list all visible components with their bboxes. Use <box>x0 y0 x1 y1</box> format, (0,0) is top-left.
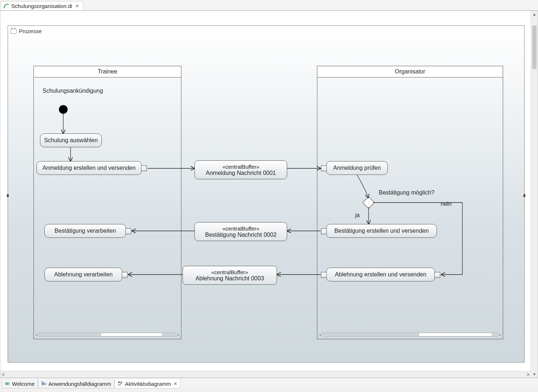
diagram-editor[interactable]: Prozesse Trainee ◂ ▸ Organisator ◂ <box>0 11 538 378</box>
swimlane-organisator[interactable]: Organisator ◂ ▸ <box>317 66 503 339</box>
activity-frame[interactable]: Prozesse Trainee ◂ ▸ Organisator ◂ <box>8 25 525 363</box>
close-icon[interactable]: ✕ <box>75 3 80 9</box>
action-select-training-label: Schulung auswählen <box>44 137 98 144</box>
buffer-msg3-label: Ablehnung Nachricht 0003 <box>196 275 264 282</box>
bottom-tab-usecase-label: Anwendungsfalldiagramm <box>48 381 111 387</box>
horizontal-scrollbar[interactable]: < > <box>0 371 531 377</box>
action-create-rejection-label: Ablehnung erstellen und versenden <box>335 271 426 278</box>
action-create-confirmation-label: Bestätigung erstellen und versenden <box>334 228 429 234</box>
swimlane-organisator-header[interactable]: Organisator <box>317 66 503 77</box>
stereotype-label: «centralBuffer» <box>222 164 259 170</box>
buffer-msg2-label: Bestätigung Nachricht 0002 <box>205 232 277 238</box>
frame-title-text: Prozesse <box>19 28 42 34</box>
action-create-rejection[interactable]: Ablehnung erstellen und versenden <box>326 268 435 281</box>
scroll-right-icon[interactable]: > <box>527 372 530 377</box>
initial-node[interactable] <box>59 105 68 114</box>
vertical-scrollbar[interactable]: ▴ ▾ <box>531 11 538 377</box>
stereotype-label: «centralBuffer» <box>222 225 259 232</box>
guard-yes[interactable]: ja <box>355 212 360 219</box>
resize-handle-left[interactable] <box>7 194 9 197</box>
label-decision-question[interactable]: Bestätigung möglich? <box>379 189 434 196</box>
bottom-tabstrip: Welcome Anwendungsfalldiagramm Aktivität… <box>0 378 538 388</box>
buffer-msg2[interactable]: «centralBuffer» Bestätigung Nachricht 00… <box>194 222 287 241</box>
label-announcement[interactable]: Schulungsankündigung <box>43 88 103 94</box>
resize-handle-right[interactable] <box>523 194 525 197</box>
frame-title: Prozesse <box>10 28 42 34</box>
lane-scroll-track[interactable] <box>322 332 498 337</box>
output-pin[interactable] <box>321 228 327 234</box>
svg-point-10 <box>7 382 9 385</box>
scroll-left-icon[interactable]: ◂ <box>319 332 321 337</box>
buffer-msg1-label: Anmeldung Nachricht 0001 <box>206 170 276 176</box>
papyrus-file-icon <box>3 3 9 9</box>
action-process-rejection[interactable]: Ablehnung verarbeiten <box>44 268 123 281</box>
action-process-confirmation[interactable]: Bestätigung verarbeiten <box>44 224 126 238</box>
scroll-down-icon[interactable]: ▾ <box>531 371 538 377</box>
guard-no[interactable]: nein <box>441 201 451 207</box>
action-check-registration-label: Anmeldung prüfen <box>333 165 381 171</box>
editor-tab[interactable]: Schulungsorganisation.di ✕ <box>1 1 83 10</box>
activity-icon <box>10 29 17 34</box>
bottom-tab-activity-label: Aktivitätsdiagramm <box>125 381 171 387</box>
output-pin[interactable] <box>321 272 327 278</box>
input-pin[interactable] <box>434 272 440 278</box>
lane-scroll-thumb[interactable] <box>101 333 162 336</box>
editor-tab-title: Schulungsorganisation.di <box>11 3 72 9</box>
svg-rect-15 <box>118 384 120 385</box>
swimlane-trainee[interactable]: Trainee ◂ ▸ <box>33 66 181 339</box>
output-pin[interactable] <box>141 165 147 171</box>
bottom-tab-welcome-label: Welcome <box>12 381 35 387</box>
svg-point-11 <box>42 382 43 383</box>
action-create-registration[interactable]: Anmeldung erstellen und versenden <box>36 161 142 175</box>
bottom-tab-welcome[interactable]: Welcome <box>1 379 38 388</box>
activity-diagram-icon <box>118 381 123 386</box>
action-process-rejection-label: Ablehnung verarbeiten <box>54 271 113 278</box>
swimlane-organisator-title: Organisator <box>395 68 425 75</box>
action-select-training[interactable]: Schulung auswählen <box>40 133 102 147</box>
buffer-msg1[interactable]: «centralBuffer» Anmeldung Nachricht 0001 <box>194 160 287 179</box>
swimlane-trainee-title: Trainee <box>98 68 117 75</box>
usecase-icon <box>41 381 46 386</box>
lane-scroll-trainee[interactable]: ◂ ▸ <box>35 332 180 337</box>
welcome-icon <box>5 381 10 386</box>
vertical-scroll-thumb[interactable] <box>532 25 537 69</box>
swimlane-trainee-header[interactable]: Trainee <box>34 66 181 77</box>
scroll-left-icon[interactable]: ◂ <box>35 332 37 337</box>
action-create-registration-label: Anmeldung erstellen und versenden <box>43 165 136 171</box>
lane-scroll-track[interactable] <box>39 332 176 337</box>
action-check-registration[interactable]: Anmeldung prüfen <box>326 161 388 175</box>
svg-point-12 <box>44 383 46 385</box>
close-icon[interactable]: ✕ <box>173 381 177 387</box>
lane-scroll-thumb[interactable] <box>419 333 492 336</box>
buffer-msg3[interactable]: «centralBuffer» Ablehnung Nachricht 0003 <box>182 266 277 285</box>
scroll-right-icon[interactable]: ▸ <box>499 332 501 337</box>
input-pin[interactable] <box>321 165 327 171</box>
input-pin[interactable] <box>122 272 128 278</box>
scroll-left-icon[interactable]: < <box>2 372 5 377</box>
svg-point-13 <box>118 381 120 383</box>
input-pin[interactable] <box>125 228 131 234</box>
bottom-tab-activity[interactable]: Aktivitätsdiagramm ✕ <box>115 379 181 388</box>
editor-tabstrip: Schulungsorganisation.di ✕ <box>0 0 538 11</box>
lane-scroll-organisator[interactable]: ◂ ▸ <box>319 332 501 337</box>
action-create-confirmation[interactable]: Bestätigung erstellen und versenden <box>326 224 437 238</box>
bottom-tab-usecase[interactable]: Anwendungsfalldiagramm <box>38 379 115 388</box>
scroll-right-icon[interactable]: ▸ <box>177 332 180 337</box>
action-process-confirmation-label: Bestätigung verarbeiten <box>55 228 116 234</box>
svg-rect-14 <box>120 382 123 383</box>
scroll-up-icon[interactable]: ▴ <box>531 11 538 17</box>
stereotype-label: «centralBuffer» <box>211 269 248 275</box>
